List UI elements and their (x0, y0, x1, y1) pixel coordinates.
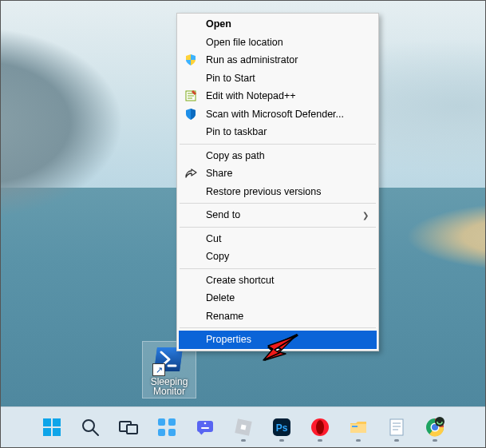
svg-rect-10 (158, 429, 165, 436)
menu-item-label: Pin to taskbar (206, 126, 267, 137)
menu-item-label: Create shortcut (206, 275, 274, 286)
menu-item-rename[interactable]: Rename (179, 307, 377, 326)
context-menu: OpenOpen file locationRun as administrat… (176, 13, 379, 351)
menu-item-label: Rename (206, 311, 243, 322)
menu-item-delete[interactable]: Delete (179, 289, 377, 307)
chrome-app[interactable] (419, 411, 451, 443)
svg-point-19 (316, 420, 324, 434)
menu-item-properties[interactable]: Properties (179, 331, 377, 349)
menu-item-scan-with-microsoft-defender[interactable]: Scan with Microsoft Defender... (179, 105, 377, 124)
menu-item-label: Send to (206, 209, 240, 220)
menu-separator (180, 203, 376, 204)
roblox-app[interactable] (227, 411, 259, 443)
menu-item-copy[interactable]: Copy (179, 248, 377, 266)
chat-button[interactable] (189, 411, 221, 443)
menu-item-label: Open (206, 18, 231, 30)
notepadpp-icon (184, 89, 198, 103)
svg-rect-3 (43, 428, 51, 436)
menu-item-pin-to-start[interactable]: Pin to Start (179, 69, 377, 88)
opera-app[interactable] (304, 411, 336, 443)
taskbar: Ps (1, 406, 485, 447)
uac-shield-icon (184, 53, 198, 67)
menu-item-label: Properties (206, 334, 251, 345)
notepad-app[interactable] (381, 411, 413, 443)
svg-rect-1 (43, 418, 51, 426)
menu-item-cut[interactable]: Cut (179, 230, 377, 248)
shortcut-arrow-badge: ↗ (152, 363, 165, 376)
widgets-button[interactable] (151, 411, 183, 443)
explorer-app[interactable] (342, 411, 374, 443)
menu-item-label: Pin to Start (206, 73, 255, 84)
menu-separator (180, 327, 376, 328)
menu-item-create-shortcut[interactable]: Create shortcut (179, 272, 377, 290)
svg-rect-20 (350, 424, 366, 433)
menu-item-label: Copy as path (206, 150, 265, 161)
menu-item-label: Delete (206, 292, 235, 303)
menu-item-label: Run as administrator (206, 54, 298, 65)
svg-point-26 (435, 417, 445, 426)
menu-item-copy-as-path[interactable]: Copy as path (179, 147, 377, 165)
svg-point-13 (203, 422, 206, 425)
menu-item-label: Cut (206, 233, 221, 244)
svg-text:Ps: Ps (275, 422, 287, 434)
menu-item-send-to[interactable]: Send to❯ (179, 206, 377, 224)
svg-rect-2 (53, 418, 61, 426)
chevron-right-icon: ❯ (362, 211, 369, 220)
menu-item-label: Share (206, 168, 232, 179)
svg-rect-8 (158, 418, 165, 426)
menu-separator (180, 227, 376, 228)
start-button[interactable] (36, 411, 68, 443)
svg-rect-21 (352, 426, 358, 427)
svg-rect-11 (168, 429, 176, 436)
menu-item-edit-with-notepad[interactable]: Edit with Notepad++ (179, 87, 377, 105)
menu-item-run-as-administrator[interactable]: Run as administrator (179, 51, 377, 69)
menu-item-label: Restore previous versions (206, 186, 322, 197)
menu-item-label: Open file location (206, 37, 283, 48)
svg-rect-22 (390, 419, 403, 435)
svg-rect-4 (53, 428, 61, 436)
svg-rect-15 (240, 424, 246, 430)
menu-item-share[interactable]: Share (179, 165, 377, 183)
menu-item-restore-previous-versions[interactable]: Restore previous versions (179, 183, 377, 201)
svg-rect-7 (127, 425, 137, 434)
svg-rect-9 (168, 418, 176, 426)
share-icon (184, 166, 198, 180)
menu-item-pin-to-taskbar[interactable]: Pin to taskbar (179, 123, 377, 141)
menu-item-label: Scan with Microsoft Defender... (206, 109, 344, 120)
task-view-button[interactable] (113, 411, 144, 443)
search-button[interactable] (74, 411, 106, 443)
menu-item-label: Copy (206, 251, 229, 262)
menu-separator (180, 268, 376, 269)
shortcut-label: Sleeping Monitor (143, 377, 196, 396)
menu-item-open-file-location[interactable]: Open file location (179, 34, 377, 52)
menu-separator (180, 144, 376, 145)
menu-item-label: Edit with Notepad++ (206, 90, 296, 101)
photoshop-app[interactable]: Ps (266, 411, 298, 443)
defender-shield-icon (184, 107, 198, 121)
menu-item-open[interactable]: Open (179, 15, 377, 34)
